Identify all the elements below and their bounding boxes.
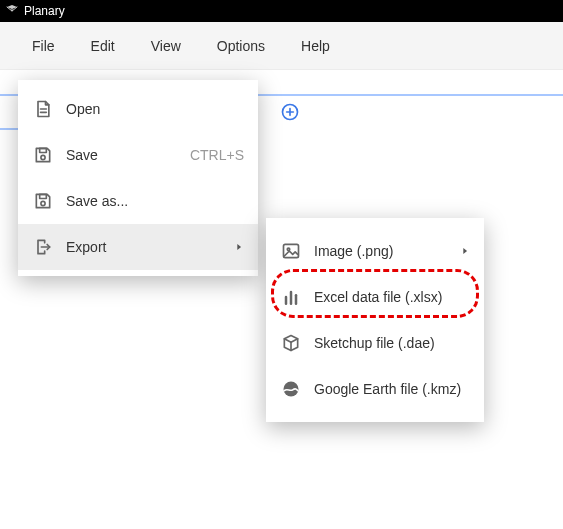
file-menu-export[interactable]: Export <box>18 224 258 270</box>
file-menu-save-label: Save <box>66 147 190 163</box>
chevron-right-icon <box>234 239 244 255</box>
save-as-icon <box>32 190 54 212</box>
export-excel-label: Excel data file (.xlsx) <box>314 289 470 305</box>
menu-help[interactable]: Help <box>297 34 334 58</box>
export-googleearth-label: Google Earth file (.kmz) <box>314 381 470 397</box>
image-icon <box>280 240 302 262</box>
menu-file[interactable]: File <box>28 34 59 58</box>
export-submenu-popup: Image (.png) Excel data file (.xlsx) Ske… <box>266 218 484 422</box>
chart-bar-icon <box>280 286 302 308</box>
menu-view[interactable]: View <box>147 34 185 58</box>
app-logo-icon <box>6 4 18 18</box>
file-menu-export-label: Export <box>66 239 234 255</box>
svg-point-8 <box>41 155 45 159</box>
svg-point-10 <box>41 201 45 205</box>
title-bar: Planary <box>0 0 563 22</box>
export-image[interactable]: Image (.png) <box>266 228 484 274</box>
file-menu-popup: Open Save CTRL+S Save as... Export <box>18 80 258 276</box>
save-icon <box>32 144 54 166</box>
file-menu-save[interactable]: Save CTRL+S <box>18 132 258 178</box>
svg-marker-15 <box>463 248 467 254</box>
export-sketchup-label: Sketchup file (.dae) <box>314 335 470 351</box>
export-excel[interactable]: Excel data file (.xlsx) <box>266 274 484 320</box>
export-googleearth[interactable]: Google Earth file (.kmz) <box>266 366 484 412</box>
plus-circle-icon <box>280 102 300 122</box>
file-menu-open-label: Open <box>66 101 244 117</box>
file-menu-open[interactable]: Open <box>18 86 258 132</box>
globe-icon <box>280 378 302 400</box>
file-menu-save-shortcut: CTRL+S <box>190 147 244 163</box>
document-icon <box>32 98 54 120</box>
add-tab-button[interactable] <box>280 102 300 122</box>
export-icon <box>32 236 54 258</box>
svg-rect-7 <box>40 148 47 152</box>
app-title: Planary <box>24 4 65 18</box>
menu-edit[interactable]: Edit <box>87 34 119 58</box>
cube-icon <box>280 332 302 354</box>
file-menu-save-as-label: Save as... <box>66 193 244 209</box>
svg-marker-12 <box>237 244 241 250</box>
svg-rect-9 <box>40 194 47 198</box>
menu-bar: File Edit View Options Help <box>0 22 563 70</box>
menu-options[interactable]: Options <box>213 34 269 58</box>
chevron-right-icon <box>460 243 470 259</box>
export-sketchup[interactable]: Sketchup file (.dae) <box>266 320 484 366</box>
export-image-label: Image (.png) <box>314 243 460 259</box>
file-menu-save-as[interactable]: Save as... <box>18 178 258 224</box>
